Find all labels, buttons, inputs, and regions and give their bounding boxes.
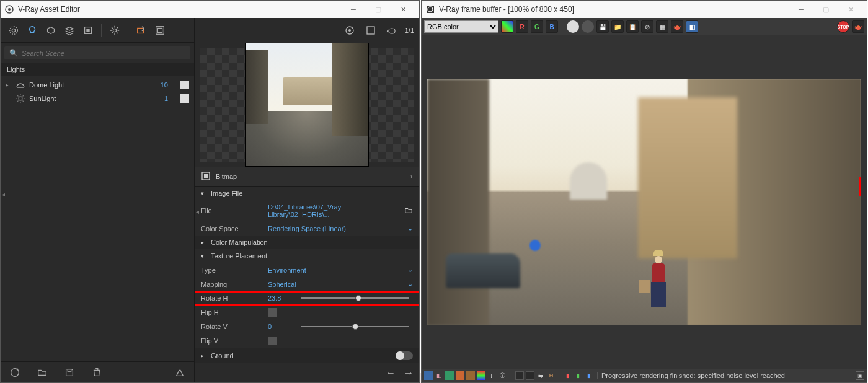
status-icon[interactable] xyxy=(456,371,464,380)
preview-expand-icon[interactable] xyxy=(363,22,379,38)
dropdown-icon[interactable]: ⌄ xyxy=(407,280,413,288)
stop-render-icon[interactable]: STOP xyxy=(837,20,849,33)
toolbar-separator xyxy=(128,24,128,37)
status-icon[interactable] xyxy=(477,371,485,380)
open-folder-icon[interactable]: 📁 xyxy=(611,20,624,33)
expand-icon[interactable]: ▸ xyxy=(6,82,12,88)
link-icon[interactable]: ◧ xyxy=(686,20,698,33)
save-icon[interactable] xyxy=(61,364,78,381)
properties-scroll[interactable]: Bitmap ⟶ ▾Image File File D:\04_Librarie… xyxy=(195,167,419,364)
status-bar-icon[interactable]: ▮ xyxy=(584,371,593,380)
rotate-h-slider[interactable] xyxy=(298,297,413,299)
settings-icon[interactable] xyxy=(107,22,123,38)
minimize-button[interactable]: ─ xyxy=(789,1,813,18)
collapse-grip-left[interactable]: ◂ xyxy=(1,187,6,201)
rotate-v-value[interactable]: 0 xyxy=(268,323,293,330)
file-path-value[interactable]: D:\04_Libraries\07_Vray Library\02_HDRIs… xyxy=(268,203,399,218)
asset-editor-properties: ◂ 1/1 Bitmap ⟶ ▾Image F xyxy=(195,18,419,382)
layers-icon[interactable] xyxy=(61,22,78,38)
clipboard-icon[interactable]: 📋 xyxy=(626,20,639,33)
compare-b-icon[interactable] xyxy=(526,371,534,380)
group-image-file[interactable]: ▾Image File xyxy=(195,187,419,200)
tree-row-sunlight[interactable]: SunLight 1 xyxy=(1,92,194,105)
mono-icon[interactable] xyxy=(567,20,579,33)
clear-icon[interactable]: ⊘ xyxy=(641,20,653,33)
render-production-icon[interactable] xyxy=(152,22,168,38)
rotate-h-value[interactable]: 23.8 xyxy=(268,294,293,302)
swap-icon[interactable]: ⇆ xyxy=(536,371,545,380)
purge-icon[interactable] xyxy=(172,364,188,381)
b-channel-button[interactable]: B xyxy=(546,20,558,33)
vfb-titlebar[interactable]: V-Ray frame buffer - [100% of 800 x 450]… xyxy=(422,1,867,18)
render-interactive-icon[interactable] xyxy=(133,22,149,38)
group-texture-placement[interactable]: ▾Texture Placement xyxy=(195,249,419,263)
svg-point-6 xyxy=(113,29,116,32)
teapot-render-icon[interactable]: 🫖 xyxy=(671,20,683,33)
status-bar-icon[interactable]: ▮ xyxy=(574,371,582,380)
status-icon[interactable]: ◧ xyxy=(435,371,443,380)
vray-logo-icon xyxy=(425,4,435,14)
forward-icon[interactable]: 🡒 xyxy=(405,369,412,377)
close-button[interactable]: ✕ xyxy=(838,1,863,18)
status-icon[interactable] xyxy=(466,371,475,380)
status-h-label[interactable]: H xyxy=(547,371,556,380)
tree-row-dome-light[interactable]: ▸ Dome Light 10 xyxy=(1,78,194,92)
asset-editor-titlebar[interactable]: V-Ray Asset Editor ─ ▢ ✕ xyxy=(1,1,419,18)
r-channel-button[interactable]: R xyxy=(516,20,528,33)
flip-h-checkbox[interactable] xyxy=(268,308,277,317)
teapot-icon[interactable] xyxy=(384,22,400,38)
alpha-icon[interactable] xyxy=(582,20,594,33)
compare-a-icon[interactable] xyxy=(515,371,524,380)
mapping-value[interactable]: Spherical xyxy=(268,281,402,288)
svg-point-2 xyxy=(10,26,18,34)
g-channel-button[interactable]: G xyxy=(531,20,543,33)
search-input[interactable] xyxy=(22,50,185,57)
rotate-v-slider[interactable] xyxy=(298,326,413,327)
tree-item-value[interactable]: 10 xyxy=(149,81,168,89)
materials-icon[interactable] xyxy=(6,22,22,38)
region-icon[interactable]: ▦ xyxy=(656,20,668,33)
colorspace-value[interactable]: Rendering Space (Linear) xyxy=(268,225,402,232)
row-flip-h: Flip H xyxy=(195,305,419,320)
flip-v-checkbox[interactable] xyxy=(268,337,277,345)
search-scene[interactable]: 🔍 xyxy=(4,46,190,59)
teapot-small-icon[interactable]: 🫖 xyxy=(852,20,864,33)
histogram-icon[interactable]: ⫿ xyxy=(487,371,496,380)
row-colorspace: Color Space Rendering Space (Linear) ⌄ xyxy=(195,221,419,236)
targets-icon[interactable] xyxy=(342,22,358,38)
dropdown-icon[interactable]: ⌄ xyxy=(407,266,413,274)
row-mapping: Mapping Spherical ⌄ xyxy=(195,277,419,291)
group-color-manipulation[interactable]: ▸Color Manipulation xyxy=(195,236,419,249)
tree-item-toggle[interactable] xyxy=(180,81,189,89)
status-icon[interactable] xyxy=(424,371,433,380)
status-icon[interactable] xyxy=(445,371,454,380)
dropdown-icon[interactable]: ⌄ xyxy=(407,224,413,232)
save-image-icon[interactable]: 💾 xyxy=(596,20,609,33)
textures-icon[interactable] xyxy=(80,22,96,38)
channel-select[interactable]: RGB color xyxy=(424,20,498,33)
lights-icon[interactable] xyxy=(24,22,40,38)
up-level-icon[interactable]: ⟶ xyxy=(403,173,413,181)
close-button[interactable]: ✕ xyxy=(391,1,415,18)
ground-toggle[interactable] xyxy=(396,351,413,360)
maximize-button[interactable]: ▢ xyxy=(366,1,391,18)
geometry-icon[interactable] xyxy=(43,22,59,38)
minimize-button[interactable]: ─ xyxy=(341,1,366,18)
back-icon[interactable]: 🡐 xyxy=(387,369,394,377)
tree-item-value[interactable]: 1 xyxy=(149,95,168,102)
type-value[interactable]: Environment xyxy=(268,266,402,274)
info-icon[interactable]: ⓘ xyxy=(498,371,507,380)
status-bar-icon[interactable]: ▮ xyxy=(563,371,572,380)
tree-item-label: SunLight xyxy=(29,95,146,102)
group-ground[interactable]: ▸Ground xyxy=(195,348,419,363)
delete-icon[interactable] xyxy=(89,364,105,381)
expand-status-icon[interactable]: ▣ xyxy=(856,371,864,380)
bitmap-header[interactable]: Bitmap ⟶ xyxy=(195,167,419,187)
vfb-viewport[interactable] xyxy=(422,35,867,369)
rgb-channel-icon[interactable] xyxy=(501,20,513,33)
browse-folder-icon[interactable] xyxy=(404,206,413,216)
open-folder-icon[interactable] xyxy=(34,364,50,381)
tree-item-toggle[interactable] xyxy=(180,94,189,103)
add-asset-icon[interactable] xyxy=(7,364,23,381)
maximize-button[interactable]: ▢ xyxy=(813,1,838,18)
